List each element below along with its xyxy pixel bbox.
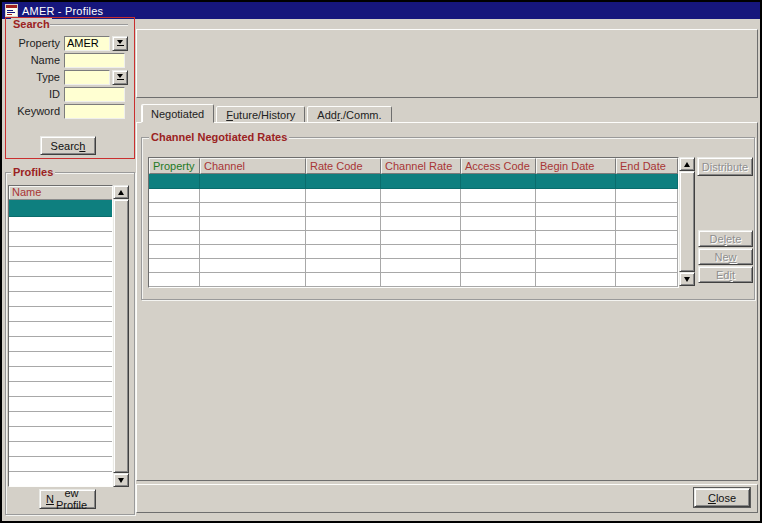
table-cell bbox=[149, 231, 200, 245]
list-item[interactable] bbox=[9, 412, 112, 427]
list-item-selected[interactable] bbox=[9, 200, 112, 217]
table-cell bbox=[149, 245, 200, 259]
table-cell bbox=[306, 174, 381, 189]
column-header-access-code: Access Code bbox=[461, 158, 536, 174]
rates-table-body bbox=[149, 174, 678, 287]
keyword-input[interactable] bbox=[64, 104, 125, 119]
table-cell bbox=[381, 203, 461, 217]
scrollbar-thumb[interactable] bbox=[679, 171, 695, 272]
table-row[interactable] bbox=[149, 231, 678, 245]
profiles-column-header: Name bbox=[9, 186, 112, 200]
list-item[interactable] bbox=[9, 247, 112, 262]
table-cell bbox=[616, 273, 678, 287]
table-row-selected[interactable] bbox=[149, 174, 678, 189]
table-cell bbox=[616, 203, 678, 217]
column-header-end-date: End Date bbox=[616, 158, 678, 174]
table-cell bbox=[200, 231, 306, 245]
table-cell bbox=[461, 217, 536, 231]
list-item[interactable] bbox=[9, 457, 112, 472]
table-row[interactable] bbox=[149, 217, 678, 231]
table-row[interactable] bbox=[149, 273, 678, 287]
list-item[interactable] bbox=[9, 322, 112, 337]
list-item[interactable] bbox=[9, 352, 112, 367]
table-row[interactable] bbox=[149, 203, 678, 217]
scroll-up-button[interactable] bbox=[679, 157, 695, 171]
list-item[interactable] bbox=[9, 382, 112, 397]
rates-group-label: Channel Negotiated Rates bbox=[149, 131, 289, 143]
search-field-row: ID bbox=[7, 86, 125, 102]
rates-table: PropertyChannelRate CodeChannel RateAcce… bbox=[148, 157, 679, 288]
table-cell bbox=[306, 245, 381, 259]
new-profile-button[interactable]: New Profile bbox=[39, 489, 96, 509]
list-item[interactable] bbox=[9, 232, 112, 247]
id-label: ID bbox=[7, 88, 60, 100]
list-item[interactable] bbox=[9, 307, 112, 322]
distribute-button[interactable]: Distribute bbox=[697, 157, 753, 176]
scroll-down-button[interactable] bbox=[113, 473, 129, 487]
list-item[interactable] bbox=[9, 217, 112, 232]
rates-table-scrollbar[interactable] bbox=[679, 157, 695, 286]
dropdown-arrow-icon bbox=[117, 74, 123, 78]
scroll-up-button[interactable] bbox=[113, 185, 129, 199]
rates-table-header: PropertyChannelRate CodeChannel RateAcce… bbox=[149, 158, 678, 174]
table-cell bbox=[306, 203, 381, 217]
table-cell bbox=[461, 174, 536, 189]
table-cell bbox=[381, 174, 461, 189]
list-item[interactable] bbox=[9, 472, 112, 487]
tab-addr-comm[interactable]: Addr./Comm. bbox=[307, 106, 391, 123]
profiles-list: Name bbox=[8, 185, 113, 487]
table-cell bbox=[306, 259, 381, 273]
profiles-list-body bbox=[9, 200, 112, 487]
list-item[interactable] bbox=[9, 442, 112, 457]
list-item[interactable] bbox=[9, 397, 112, 412]
table-cell bbox=[536, 174, 616, 189]
id-input[interactable] bbox=[64, 87, 125, 102]
table-cell bbox=[536, 231, 616, 245]
property-input[interactable] bbox=[64, 36, 110, 51]
table-cell bbox=[616, 245, 678, 259]
table-row[interactable] bbox=[149, 189, 678, 203]
table-cell bbox=[381, 231, 461, 245]
table-row[interactable] bbox=[149, 259, 678, 273]
list-item[interactable] bbox=[9, 427, 112, 442]
dropdown-arrow-icon bbox=[117, 40, 123, 44]
tab-negotiated[interactable]: Negotiated bbox=[141, 104, 214, 123]
list-item[interactable] bbox=[9, 262, 112, 277]
edit-button[interactable]: Edit bbox=[698, 266, 753, 283]
scroll-down-button[interactable] bbox=[679, 272, 695, 286]
top-panel bbox=[136, 29, 758, 98]
list-item[interactable] bbox=[9, 277, 112, 292]
name-input[interactable] bbox=[64, 53, 125, 68]
table-cell bbox=[200, 217, 306, 231]
table-cell bbox=[149, 259, 200, 273]
new-button[interactable]: New bbox=[698, 248, 753, 265]
table-cell bbox=[461, 203, 536, 217]
search-button[interactable]: Search bbox=[40, 136, 96, 155]
column-header-rate-code: Rate Code bbox=[306, 158, 381, 174]
table-cell bbox=[200, 174, 306, 189]
property-lov-button[interactable] bbox=[112, 36, 128, 51]
profiles-scrollbar[interactable] bbox=[113, 185, 129, 487]
arrow-up-icon bbox=[684, 162, 690, 167]
delete-button[interactable]: Delete bbox=[698, 230, 753, 247]
close-button[interactable]: Close bbox=[694, 488, 750, 507]
scrollbar-thumb[interactable] bbox=[113, 199, 129, 473]
type-input[interactable] bbox=[64, 70, 110, 85]
list-item[interactable] bbox=[9, 367, 112, 382]
property-label: Property bbox=[7, 37, 60, 49]
window-title: AMER - Profiles bbox=[22, 5, 103, 17]
list-item[interactable] bbox=[9, 292, 112, 307]
column-header-channel-rate: Channel Rate bbox=[381, 158, 461, 174]
table-cell bbox=[461, 189, 536, 203]
list-item[interactable] bbox=[9, 337, 112, 352]
table-row[interactable] bbox=[149, 245, 678, 259]
table-cell bbox=[149, 174, 200, 189]
dropdown-bar-icon bbox=[117, 45, 124, 46]
table-cell bbox=[381, 273, 461, 287]
table-cell bbox=[536, 245, 616, 259]
tab-future-history[interactable]: Future/History bbox=[216, 106, 305, 123]
search-field-row: Name bbox=[7, 52, 125, 68]
keyword-label: Keyword bbox=[7, 105, 60, 117]
type-lov-button[interactable] bbox=[112, 70, 128, 85]
table-cell bbox=[200, 273, 306, 287]
